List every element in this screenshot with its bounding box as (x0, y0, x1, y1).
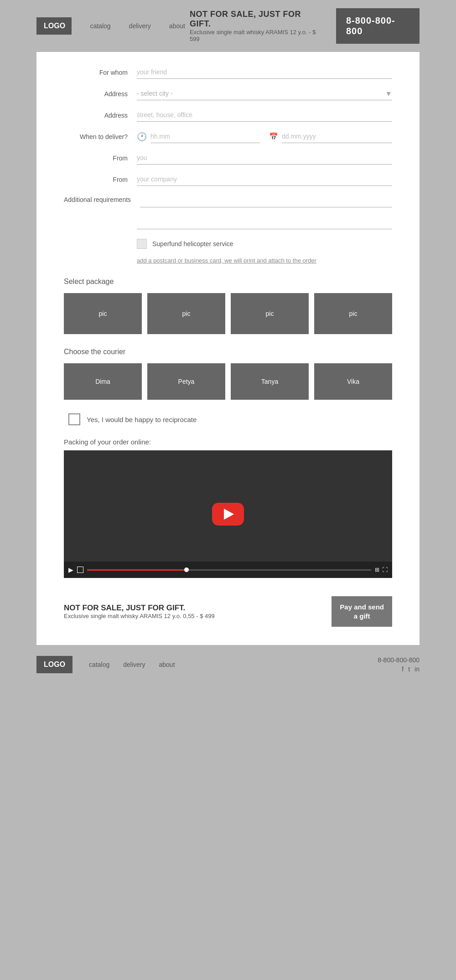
date-input[interactable] (282, 130, 392, 143)
for-whom-input[interactable] (137, 66, 392, 79)
footer-nav-catalog[interactable]: catalog (89, 661, 109, 668)
settings-icon[interactable]: ⊞ (375, 567, 379, 573)
from-name-row: From (64, 151, 392, 165)
ctrl-stop-icon[interactable] (77, 567, 83, 573)
video-controls: ▶ ⊞ ⛶ (64, 562, 392, 578)
package-item-2[interactable]: pic (147, 293, 225, 334)
courier-tanya[interactable]: Tanya (231, 363, 309, 400)
address-street-row: Address (64, 108, 392, 122)
ctrl-progress (87, 569, 371, 571)
superfund-label: Superfund helicopter service (152, 240, 233, 248)
address-street-label: Address (64, 112, 137, 119)
from-company-wrap (137, 173, 392, 186)
time-wrap: 🕐 (137, 130, 260, 143)
footer: LOGO catalog delivery about 8-800-800-80… (0, 645, 456, 684)
footer-nav-about[interactable]: about (159, 661, 175, 668)
select-package-title: Select package (64, 278, 392, 286)
from-name-wrap (137, 151, 392, 165)
package-item-1[interactable]: pic (64, 293, 142, 334)
clock-icon: 🕐 (137, 132, 147, 142)
when-label: When to deliver? (64, 133, 137, 140)
ctrl-play-icon[interactable]: ▶ (68, 566, 73, 573)
address-city-row: Address - select city - ▼ (64, 87, 392, 100)
pay-send-gift-button[interactable]: Pay and send a gift (332, 596, 392, 627)
address-label: Address (64, 90, 137, 98)
progress-fill (87, 569, 187, 571)
bottom-product-info: NOT FOR SALE, JUST FOR GIFT. Exclusive s… (64, 603, 215, 619)
from-company-input[interactable] (137, 173, 392, 186)
linkedin-icon[interactable]: in (415, 665, 420, 673)
header-phone: 8-800-800-800 (336, 8, 420, 44)
courier-vika[interactable]: Vika (314, 363, 392, 400)
reciprocate-label: Yes, I would be happy to reciprocate (87, 416, 197, 423)
header-logo: LOGO (36, 17, 72, 35)
when-row: When to deliver? 🕐 📅 (64, 130, 392, 143)
courier-grid: Dima Petya Tanya Vika (64, 363, 392, 400)
for-whom-input-wrap (137, 66, 392, 79)
from-company-row: From (64, 173, 392, 186)
add-req-input[interactable] (140, 194, 392, 207)
date-wrap: 📅 (269, 130, 392, 143)
datetime-wrap: 🕐 📅 (137, 130, 392, 143)
from-label: From (64, 155, 137, 162)
header-subtitle: Exclusive single malt whisky ARAMIS 12 y… (190, 29, 322, 42)
nav-about[interactable]: about (169, 22, 185, 30)
nav-catalog[interactable]: catalog (90, 22, 110, 30)
main-content: For whom Address - select city - ▼ Addre… (36, 52, 420, 645)
reciprocate-row: Yes, I would be happy to reciprocate (64, 413, 392, 425)
footer-social: f t in (378, 665, 420, 673)
nav-delivery[interactable]: delivery (129, 22, 151, 30)
bottom-title: NOT FOR SALE, JUST FOR GIFT. (64, 603, 215, 613)
header-tagline: NOT FOR SALE, JUST FOR GIFT. Exclusive s… (190, 10, 322, 42)
bottom-subtitle: Exclusive single malt whisky ARAMIS 12 y… (64, 613, 215, 619)
superfund-row: Superfund helicopter service (137, 239, 392, 249)
package-item-3[interactable]: pic (231, 293, 309, 334)
progress-thumb (184, 567, 189, 572)
footer-logo: LOGO (36, 656, 73, 673)
twitter-icon[interactable]: t (408, 665, 410, 673)
from-name-input[interactable] (137, 151, 392, 165)
courier-dima[interactable]: Dima (64, 363, 142, 400)
from-company-label: From (64, 176, 137, 183)
city-select-wrap: - select city - ▼ (137, 87, 392, 100)
header: LOGO catalog delivery about NOT FOR SALE… (0, 0, 456, 52)
courier-petya[interactable]: Petya (147, 363, 225, 400)
req-textarea[interactable] (137, 212, 392, 229)
postcard-link[interactable]: add a postcard or business card, we will… (137, 257, 392, 264)
pay-btn-line1: Pay and send (340, 603, 384, 611)
calendar-icon: 📅 (269, 132, 278, 141)
superfund-checkbox[interactable] (137, 239, 147, 249)
facebook-icon[interactable]: f (402, 665, 404, 673)
add-req-row: Additional requirements (64, 194, 392, 207)
bottom-product: NOT FOR SALE, JUST FOR GIFT. Exclusive s… (64, 592, 392, 627)
package-grid: pic pic pic pic (64, 293, 392, 334)
header-nav: catalog delivery about (90, 22, 185, 30)
req-textarea-row (137, 212, 392, 231)
address-street-wrap (137, 108, 392, 122)
video-label: Packing of your order online: (64, 438, 392, 446)
for-whom-label: For whom (64, 69, 137, 76)
add-req-label: Additional requirements (64, 194, 140, 203)
for-whom-row: For whom (64, 66, 392, 79)
footer-right: 8-800-800-800 f t in (378, 656, 420, 673)
video-section: Packing of your order online: ▶ ⊞ ⛶ (64, 438, 392, 578)
fullscreen-icon[interactable]: ⛶ (382, 567, 388, 573)
package-item-4[interactable]: pic (314, 293, 392, 334)
footer-nav: catalog delivery about (89, 661, 175, 668)
progress-bar[interactable] (87, 569, 371, 571)
time-input[interactable] (150, 130, 260, 143)
footer-phone: 8-800-800-800 (378, 656, 420, 664)
video-container: ▶ ⊞ ⛶ (64, 450, 392, 578)
header-title: NOT FOR SALE, JUST FOR GIFT. (190, 10, 322, 29)
address-street-input[interactable] (137, 108, 392, 122)
reciprocate-checkbox[interactable] (68, 413, 80, 425)
footer-nav-delivery[interactable]: delivery (123, 661, 145, 668)
ctrl-right: ⊞ ⛶ (375, 567, 388, 573)
play-button[interactable] (212, 503, 244, 526)
choose-courier-title: Choose the courier (64, 348, 392, 356)
pay-btn-line2: a gift (354, 612, 370, 620)
city-select[interactable]: - select city - (137, 87, 392, 100)
